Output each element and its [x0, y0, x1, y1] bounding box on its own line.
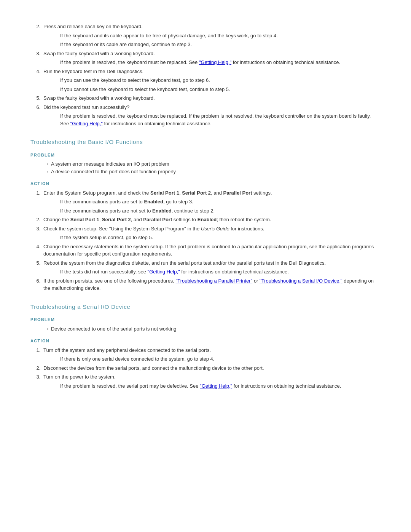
section1-step-6: If the problem persists, see one of the … — [42, 277, 381, 292]
section2-heading: Troubleshooting a Serial I/O Device — [30, 303, 381, 312]
section2-step-2: Disconnect the devices from the serial p… — [42, 364, 381, 372]
section1-bullet-2: A device connected to the port does not … — [47, 168, 381, 176]
intro-list-item-2: Press and release each key on the keyboa… — [42, 23, 381, 48]
section1-step3-note-1: If the system setup is correct, go to st… — [60, 234, 381, 241]
section2-step-1: Turn off the system and any peripheral d… — [42, 347, 381, 363]
section1-step-2: Change the Serial Port 1, Serial Port 2,… — [42, 216, 381, 224]
intro-list-item-6: Did the keyboard test run successfully? … — [42, 104, 381, 128]
intro-note-3-1: If the problem is resolved, the keyboard… — [60, 59, 381, 66]
section2-step-3: Turn on the power to the system. If the … — [42, 373, 381, 390]
getting-help-link-1[interactable]: "Getting Help," — [199, 59, 231, 65]
section1-step5-note-1: If the tests did not run successfully, s… — [60, 268, 381, 276]
section2-step3-note-1: If the problem is resolved, the serial p… — [60, 382, 381, 390]
intro-note-4-1: If you can use the keyboard to select th… — [60, 77, 381, 84]
section1-problem-bullets: A system error message indicates an I/O … — [30, 160, 381, 175]
getting-help-link-2[interactable]: "Getting Help," — [70, 121, 103, 126]
section1-action-label: Action — [30, 181, 381, 187]
section1-step1-note-2: If the communications ports are not set … — [60, 207, 381, 215]
section1-step-5: Reboot the system from the diagnostics d… — [42, 259, 381, 276]
intro-list-item-3: Swap the faulty keyboard with a working … — [42, 50, 381, 66]
section2-step1-note-1: If there is only one serial device conne… — [60, 355, 381, 363]
section1-heading: Troubleshooting the Basic I/O Functions — [30, 138, 381, 147]
section2-bullet-1: Device connected to one of the serial po… — [47, 325, 381, 333]
getting-help-link-4[interactable]: "Getting Help," — [200, 383, 232, 389]
intro-note-2-2: If the keyboard or its cable are damaged… — [60, 41, 381, 48]
section2-action-label: Action — [30, 338, 381, 344]
intro-list: Press and release each key on the keyboa… — [30, 23, 381, 127]
section2-problem-bullets: Device connected to one of the serial po… — [30, 325, 381, 333]
section2-problem-label: Problem — [30, 316, 381, 323]
section2-action-list: Turn off the system and any peripheral d… — [30, 347, 381, 390]
intro-list-item-5: Swap the faulty keyboard with a working … — [42, 94, 381, 102]
section1-step-4: Change the necessary statements in the s… — [42, 243, 381, 258]
intro-list-item-4: Run the keyboard test in the Dell Diagno… — [42, 68, 381, 93]
section1-step1-note-1: If the communications ports are set to E… — [60, 198, 381, 206]
section1-problem-label: Problem — [30, 152, 381, 158]
section1-bullet-1: A system error message indicates an I/O … — [47, 160, 381, 168]
intro-note-6-1: If the problem is resolved, the keyboard… — [60, 112, 381, 127]
section1-action-list: Enter the System Setup program, and chec… — [30, 189, 381, 292]
section1-step-1: Enter the System Setup program, and chec… — [42, 189, 381, 215]
serial-io-link[interactable]: "Troubleshooting a Serial I/O Device," — [260, 278, 342, 284]
parallel-printer-link[interactable]: "Troubleshooting a Parallel Printer" — [176, 278, 253, 284]
intro-note-2-1: If the keyboard and its cable appear to … — [60, 32, 381, 40]
getting-help-link-3[interactable]: "Getting Help," — [148, 269, 180, 275]
section1-step-3: Check the system setup. See "Using the S… — [42, 225, 381, 241]
intro-note-4-2: If you cannot use the keyboard to select… — [60, 86, 381, 93]
